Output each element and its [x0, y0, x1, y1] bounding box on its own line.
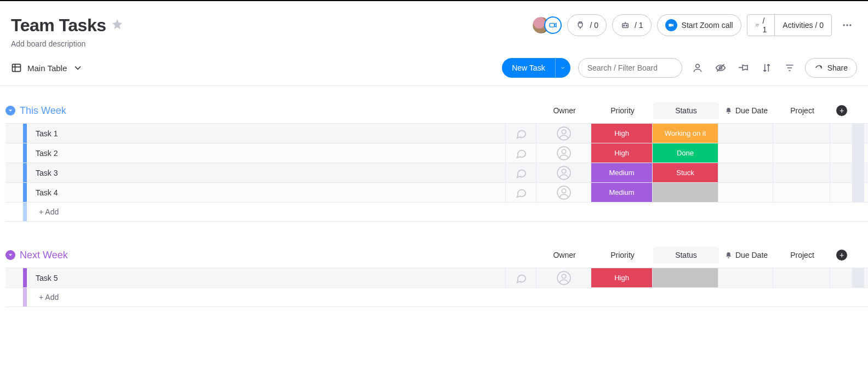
add-task-label[interactable]: + Add: [27, 288, 868, 306]
add-column-button[interactable]: +: [836, 250, 847, 261]
new-task-split-button: New Task: [502, 58, 570, 78]
add-task-label[interactable]: + Add: [27, 203, 868, 221]
filter-button[interactable]: [782, 60, 797, 76]
row-accent: [23, 124, 27, 143]
task-name[interactable]: Task 5: [27, 268, 506, 287]
svg-rect-9: [13, 64, 21, 71]
add-column-button[interactable]: +: [836, 105, 847, 116]
members-button[interactable]: / 1: [747, 15, 775, 36]
svg-point-4: [756, 24, 757, 25]
column-header-label: Due Date: [735, 106, 768, 115]
task-row[interactable]: Task 5High: [5, 268, 868, 287]
group-title[interactable]: Next Week: [20, 250, 68, 261]
search-input[interactable]: [578, 58, 682, 78]
add-task-row[interactable]: + Add: [5, 287, 868, 307]
svg-rect-0: [550, 24, 555, 27]
chat-icon[interactable]: [506, 124, 536, 143]
svg-point-15: [562, 149, 566, 153]
column-header-due-date[interactable]: Due Date: [719, 102, 774, 119]
add-task-row[interactable]: + Add: [5, 202, 868, 222]
owner-cell[interactable]: [536, 124, 591, 143]
hide-columns-button[interactable]: [713, 60, 728, 76]
status-cell[interactable]: [653, 268, 718, 287]
pin-button[interactable]: [736, 60, 751, 76]
integrations-button[interactable]: / 0: [567, 14, 607, 36]
column-header-due-date[interactable]: Due Date: [719, 247, 774, 263]
zoom-call-button[interactable]: Start Zoom call: [657, 14, 741, 36]
svg-point-5: [757, 24, 758, 25]
new-task-dropdown[interactable]: [555, 58, 570, 78]
column-header-owner[interactable]: Owner: [537, 247, 592, 263]
owner-cell[interactable]: [536, 163, 591, 182]
zoom-call-label: Start Zoom call: [682, 21, 733, 30]
owner-cell[interactable]: [536, 183, 591, 202]
svg-point-17: [562, 169, 566, 173]
project-cell[interactable]: [773, 124, 830, 143]
owner-cell[interactable]: [536, 268, 591, 287]
column-header-project[interactable]: Project: [774, 247, 831, 263]
automations-button[interactable]: / 1: [612, 14, 652, 36]
due-date-cell[interactable]: [718, 124, 773, 143]
more-menu-button[interactable]: [837, 15, 857, 35]
integrations-count: / 0: [590, 21, 598, 30]
column-header-project[interactable]: Project: [774, 102, 831, 119]
svg-point-7: [846, 24, 848, 26]
group-title[interactable]: This Week: [20, 105, 66, 117]
due-date-cell[interactable]: [718, 163, 773, 182]
view-name: Main Table: [27, 63, 67, 73]
group-collapse-toggle[interactable]: [5, 250, 15, 260]
column-header-priority[interactable]: Priority: [592, 102, 653, 119]
share-button[interactable]: Share: [805, 58, 857, 78]
due-date-cell[interactable]: [718, 183, 773, 202]
star-icon[interactable]: [111, 18, 123, 32]
status-cell[interactable]: Working on it: [653, 124, 718, 143]
task-row[interactable]: Task 2HighDone: [5, 143, 868, 163]
group-collapse-toggle[interactable]: [5, 106, 15, 115]
row-end: [852, 163, 864, 182]
task-row[interactable]: Task 1HighWorking on it: [5, 123, 868, 143]
project-cell[interactable]: [773, 143, 830, 163]
column-header-priority[interactable]: Priority: [592, 247, 653, 263]
status-cell[interactable]: Done: [653, 143, 718, 163]
task-name[interactable]: Task 2: [27, 143, 506, 163]
priority-cell[interactable]: High: [591, 143, 653, 163]
chat-icon[interactable]: [506, 143, 536, 163]
project-cell[interactable]: [773, 183, 830, 202]
owner-cell[interactable]: [536, 143, 591, 163]
project-cell[interactable]: [773, 268, 830, 287]
column-header-status[interactable]: Status: [653, 247, 719, 263]
task-name[interactable]: Task 3: [27, 163, 506, 182]
row-end: [852, 268, 864, 287]
priority-cell[interactable]: High: [591, 124, 653, 143]
chat-icon[interactable]: [506, 163, 536, 182]
task-row[interactable]: Task 4Medium: [5, 182, 868, 202]
view-switcher[interactable]: Main Table: [11, 62, 83, 73]
due-date-cell[interactable]: [718, 268, 773, 287]
board-owner-avatar[interactable]: [532, 16, 562, 34]
column-header-owner[interactable]: Owner: [537, 102, 592, 119]
automations-count: / 1: [635, 21, 643, 30]
priority-cell[interactable]: Medium: [591, 183, 653, 202]
activities-button[interactable]: Activities / 0: [774, 15, 831, 36]
status-cell[interactable]: Stuck: [653, 163, 718, 182]
person-filter-button[interactable]: [690, 60, 705, 76]
task-name[interactable]: Task 4: [27, 183, 506, 202]
svg-point-13: [562, 129, 566, 134]
sort-button[interactable]: [759, 60, 774, 76]
board-description[interactable]: Add board description: [11, 39, 857, 48]
priority-cell[interactable]: Medium: [591, 163, 653, 182]
row-end: [852, 124, 864, 143]
new-task-button[interactable]: New Task: [502, 58, 555, 78]
chat-icon[interactable]: [506, 268, 536, 287]
task-row[interactable]: Task 3MediumStuck: [5, 163, 868, 182]
status-cell[interactable]: [653, 183, 718, 202]
column-header-status[interactable]: Status: [653, 102, 719, 119]
board-title[interactable]: Team Tasks: [11, 15, 106, 36]
due-date-cell[interactable]: [718, 143, 773, 163]
row-accent: [23, 143, 27, 163]
activities-label: Activities / 0: [783, 21, 824, 30]
task-name[interactable]: Task 1: [27, 124, 506, 143]
priority-cell[interactable]: High: [591, 268, 653, 287]
project-cell[interactable]: [773, 163, 830, 182]
chat-icon[interactable]: [506, 183, 536, 202]
